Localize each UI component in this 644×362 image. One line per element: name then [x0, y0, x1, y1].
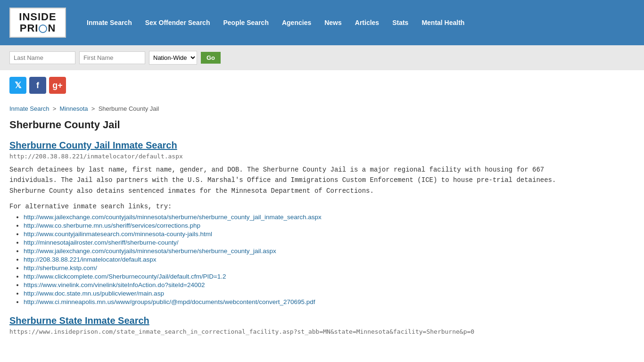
breadcrumb-current: Sherburne County Jail: [99, 105, 159, 112]
first-name-input[interactable]: [79, 51, 145, 64]
list-item: http://www.jailexchange.com/countyjails/…: [24, 213, 556, 221]
list-item: http://minnesotajailroster.com/sheriff/s…: [24, 239, 556, 246]
search-bar: Nation-Wide Go: [0, 45, 644, 70]
alt-link[interactable]: http://sherburne.kstp.com/: [24, 264, 97, 272]
nav-item-agencies[interactable]: Agencies: [275, 15, 318, 30]
main-content: Inmate Search > Minnesota > Sherburne Co…: [0, 100, 566, 349]
facebook-icon[interactable]: f: [29, 77, 46, 94]
alt-links-label: For alternative inmate search links, try…: [9, 203, 556, 210]
list-item: http://208.38.88.221/inmatelocator/defau…: [24, 255, 556, 263]
alt-link[interactable]: http://minnesotajailroster.com/sheriff/s…: [24, 239, 178, 246]
alt-link[interactable]: https://www.vinelink.com/vinelink/siteIn…: [24, 281, 205, 288]
alt-link[interactable]: http://www.ci.minneapolis.mn.us/www/grou…: [24, 298, 315, 305]
list-item: http://www.doc.state.mn.us/publicviewer/…: [24, 289, 556, 297]
logo-text: INSIDE PRIN: [15, 11, 60, 34]
section1-description: Search detainees by last name, first nam…: [9, 165, 556, 196]
section2-url: https://www.insideprison.com/state_inmat…: [9, 328, 556, 335]
alt-link[interactable]: http://www.jailexchange.com/countyjails/…: [24, 247, 276, 255]
logo-circle-icon: [39, 25, 47, 33]
section1-link[interactable]: Sherburne County Jail Inmate Search: [9, 140, 177, 150]
nav-item-stats[interactable]: Stats: [386, 15, 415, 30]
nav-item-mental-health[interactable]: Mental Health: [415, 15, 471, 30]
alt-link[interactable]: http://www.clickcomplete.com/Sherburneco…: [24, 273, 226, 280]
alt-links-list: http://www.jailexchange.com/countyjails/…: [9, 213, 556, 305]
breadcrumb-inmate-search[interactable]: Inmate Search: [9, 105, 50, 112]
section1-url: http://208.38.88.221/inmatelocator/defau…: [9, 153, 556, 160]
nav-item-articles[interactable]: Articles: [348, 15, 386, 30]
list-item: http://www.jailexchange.com/countyjails/…: [24, 247, 556, 255]
list-item: http://www.ci.minneapolis.mn.us/www/grou…: [24, 298, 556, 305]
alt-link[interactable]: http://www.countyjailinmatesearch.com/mi…: [24, 230, 212, 238]
googleplus-icon[interactable]: g+: [49, 77, 66, 94]
breadcrumb: Inmate Search > Minnesota > Sherburne Co…: [9, 105, 556, 112]
twitter-icon[interactable]: 𝕏: [9, 77, 26, 94]
logo-line2: PRIN: [15, 23, 60, 34]
list-item: http://sherburne.kstp.com/: [24, 264, 556, 272]
main-nav: Inmate SearchSex Offender SearchPeople S…: [80, 15, 471, 30]
page-title: Sherburne County Jail: [9, 119, 556, 131]
list-item: https://www.vinelink.com/vinelink/siteIn…: [24, 281, 556, 288]
alt-link[interactable]: http://www.jailexchange.com/countyjails/…: [24, 214, 322, 221]
nav-item-people-search[interactable]: People Search: [216, 15, 275, 30]
list-item: http://www.countyjailinmatesearch.com/mi…: [24, 230, 556, 238]
social-bar: 𝕏 f g+: [0, 70, 644, 100]
logo-line1: INSIDE: [15, 11, 60, 23]
list-item: http://www.co.sherburne.mn.us/sheriff/se…: [24, 222, 556, 229]
header: INSIDE PRIN Inmate SearchSex Offender Se…: [0, 0, 644, 45]
last-name-input[interactable]: [9, 51, 75, 64]
section1-heading: Sherburne County Jail Inmate Search: [9, 140, 556, 151]
alt-link[interactable]: http://www.co.sherburne.mn.us/sheriff/se…: [24, 222, 200, 229]
scope-select[interactable]: Nation-Wide: [149, 51, 197, 65]
breadcrumb-minnesota[interactable]: Minnesota: [60, 105, 88, 112]
go-button[interactable]: Go: [201, 52, 221, 64]
nav-item-sex-offender-search[interactable]: Sex Offender Search: [139, 15, 217, 30]
nav-item-news[interactable]: News: [318, 15, 348, 30]
nav-item-inmate-search[interactable]: Inmate Search: [80, 15, 139, 30]
section2-link[interactable]: Sherburne State Inmate Search: [9, 315, 149, 326]
list-item: http://www.clickcomplete.com/Sherburneco…: [24, 272, 556, 280]
logo[interactable]: INSIDE PRIN: [9, 8, 66, 38]
alt-link[interactable]: http://www.doc.state.mn.us/publicviewer/…: [24, 290, 164, 297]
section2-heading: Sherburne State Inmate Search: [9, 315, 556, 326]
alt-link[interactable]: http://208.38.88.221/inmatelocator/defau…: [24, 256, 156, 263]
